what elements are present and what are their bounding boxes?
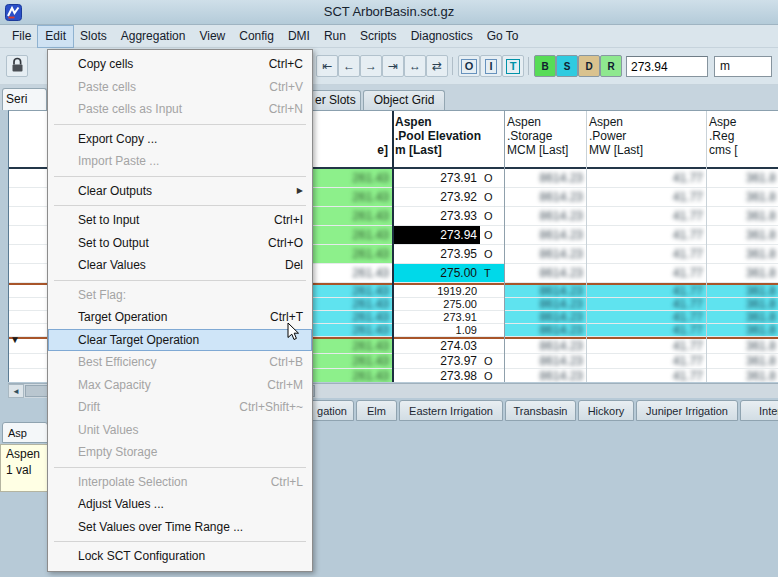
object-tab-inter[interactable]: Inter — [740, 400, 778, 421]
menubar-item-run[interactable]: Run — [317, 26, 353, 47]
jump-last-button[interactable]: ⇥ — [382, 55, 404, 77]
menu-item-clear-target-operation[interactable]: Clear Target Operation — [48, 329, 312, 352]
cell-pool-elevation[interactable]: 273.97 — [392, 354, 480, 368]
menu-item-clear-values[interactable]: Clear ValuesDel — [48, 254, 312, 277]
cell-pool-elevation[interactable]: 1919.20 — [392, 285, 480, 297]
menubar-item-view[interactable]: View — [192, 26, 232, 47]
cell-adjacent-slot[interactable]: 261.43 — [309, 207, 392, 225]
cell-storage[interactable]: 8614.23 — [504, 285, 586, 297]
cell-regulated[interactable]: 361.8 — [706, 245, 778, 263]
cell-storage[interactable]: 8614.23 — [504, 245, 586, 263]
swap-axes-button[interactable]: ⇄ — [426, 55, 448, 77]
cell-regulated[interactable]: 361.8 — [706, 354, 778, 368]
cell-adjacent-slot[interactable]: 261.43 — [309, 339, 392, 353]
menubar-item-dmi[interactable]: DMI — [281, 26, 317, 47]
cell-storage[interactable]: 8614.23 — [504, 354, 586, 368]
cell-flag[interactable]: O — [480, 169, 504, 187]
cell-pool-elevation[interactable]: 275.00 — [392, 264, 480, 282]
cell-power[interactable]: 41.77 — [586, 324, 706, 336]
flag-b-button[interactable]: B — [534, 55, 556, 77]
menu-item-set-to-input[interactable]: Set to InputCtrl+I — [48, 209, 312, 232]
cell-storage[interactable]: 8614.23 — [504, 264, 586, 282]
menu-item-target-operation[interactable]: Target OperationCtrl+T — [48, 306, 312, 329]
cell-power[interactable]: 41.77 — [586, 226, 706, 244]
cell-power[interactable]: 41.77 — [586, 311, 706, 323]
scroll-left-arrow-icon[interactable]: ◄ — [8, 384, 24, 398]
column-header-storage[interactable]: Aspen.StorageMCM [Last] — [507, 115, 568, 157]
cell-pool-elevation[interactable]: 273.98 — [392, 369, 480, 382]
cell-adjacent-slot[interactable]: 261.43 — [309, 188, 392, 206]
menu-item-set-to-output[interactable]: Set to OutputCtrl+O — [48, 232, 312, 255]
cell-adjacent-slot[interactable]: 261.43 — [309, 226, 392, 244]
fit-width-button[interactable]: ↔ — [404, 55, 426, 77]
cell-flag[interactable] — [480, 285, 504, 297]
menubar-item-scripts[interactable]: Scripts — [353, 26, 404, 47]
cell-pool-elevation[interactable]: 273.93 — [392, 207, 480, 225]
object-tab-hickory[interactable]: Hickory — [578, 400, 634, 421]
cell-adjacent-slot[interactable]: 261.43 — [309, 311, 392, 323]
cell-storage[interactable]: 8614.23 — [504, 298, 586, 310]
cell-pool-elevation[interactable]: 273.92 — [392, 188, 480, 206]
flag-t-button[interactable]: T — [502, 55, 524, 77]
flag-s-button[interactable]: S — [556, 55, 578, 77]
cell-adjacent-slot[interactable]: 261.43 — [309, 298, 392, 310]
cell-pool-elevation[interactable]: 275.00 — [392, 298, 480, 310]
step-back-button[interactable]: ← — [338, 55, 360, 77]
cell-power[interactable]: 41.77 — [586, 369, 706, 382]
cell-adjacent-slot[interactable]: 261.43 — [309, 369, 392, 382]
object-tab-aspen[interactable]: Asp — [2, 422, 48, 443]
tab-series-slots[interactable]: Seri — [2, 88, 47, 110]
cell-pool-elevation[interactable]: 273.94 — [392, 226, 480, 244]
tab-object-grid[interactable]: Object Grid — [363, 90, 445, 110]
cell-power[interactable]: 41.77 — [586, 354, 706, 368]
cell-power[interactable]: 41.77 — [586, 264, 706, 282]
tab-other-slots[interactable]: er Slots — [311, 90, 361, 110]
cell-flag[interactable] — [480, 339, 504, 353]
object-tab-transbasin[interactable]: Transbasin — [505, 400, 576, 421]
cell-regulated[interactable]: 361.8 — [706, 264, 778, 282]
cell-regulated[interactable]: 361.8 — [706, 285, 778, 297]
cell-pool-elevation[interactable]: 273.91 — [392, 169, 480, 187]
cell-flag[interactable]: O — [480, 188, 504, 206]
jump-first-button[interactable]: ⇤ — [316, 55, 338, 77]
cell-regulated[interactable]: 361.8 — [706, 324, 778, 336]
cell-regulated[interactable]: 361.8 — [706, 339, 778, 353]
column-header-pool-elevation[interactable]: Aspen.Pool Elevationm [Last] — [395, 115, 481, 157]
cell-adjacent-slot[interactable]: 261.43 — [309, 285, 392, 297]
menubar-item-aggregation[interactable]: Aggregation — [114, 26, 193, 47]
cell-storage[interactable]: 8614.23 — [504, 339, 586, 353]
cell-power[interactable]: 41.77 — [586, 169, 706, 187]
cell-regulated[interactable]: 361.8 — [706, 298, 778, 310]
cell-regulated[interactable]: 361.8 — [706, 369, 778, 382]
cell-flag[interactable] — [480, 324, 504, 336]
cell-power[interactable]: 41.77 — [586, 245, 706, 263]
cell-pool-elevation[interactable]: 273.95 — [392, 245, 480, 263]
unit-selector[interactable]: m — [714, 56, 772, 77]
menu-item-copy-cells[interactable]: Copy cellsCtrl+C — [48, 53, 312, 76]
column-header-regulated[interactable]: Aspe.Regcms [ — [709, 115, 738, 157]
flag-o-button[interactable]: O — [458, 55, 480, 77]
cell-adjacent-slot[interactable]: 261.43 — [309, 264, 392, 282]
cell-storage[interactable]: 8614.23 — [504, 324, 586, 336]
cell-flag[interactable]: O — [480, 207, 504, 225]
cell-adjacent-slot[interactable]: 261.43 — [309, 354, 392, 368]
cell-regulated[interactable]: 361.8 — [706, 207, 778, 225]
menubar-item-go-to[interactable]: Go To — [480, 26, 526, 47]
menu-item-set-values-over-time-range[interactable]: Set Values over Time Range ... — [48, 516, 312, 539]
cell-storage[interactable]: 8614.23 — [504, 207, 586, 225]
cell-power[interactable]: 41.77 — [586, 339, 706, 353]
cell-pool-elevation[interactable]: 274.03 — [392, 339, 480, 353]
flag-i-button[interactable]: I — [480, 55, 502, 77]
cell-power[interactable]: 41.77 — [586, 298, 706, 310]
cell-adjacent-slot[interactable]: 261.43 — [309, 324, 392, 336]
cell-power[interactable]: 41.77 — [586, 188, 706, 206]
cell-flag[interactable]: O — [480, 245, 504, 263]
cell-regulated[interactable]: 361.8 — [706, 188, 778, 206]
cell-pool-elevation[interactable]: 1.09 — [392, 324, 480, 336]
flag-d-button[interactable]: D — [578, 55, 600, 77]
menubar-item-config[interactable]: Config — [232, 26, 281, 47]
flag-r-button[interactable]: R — [600, 55, 622, 77]
column-header-power[interactable]: Aspen.PowerMW [Last] — [589, 115, 643, 157]
cell-flag[interactable] — [480, 298, 504, 310]
cell-storage[interactable]: 8614.23 — [504, 369, 586, 382]
